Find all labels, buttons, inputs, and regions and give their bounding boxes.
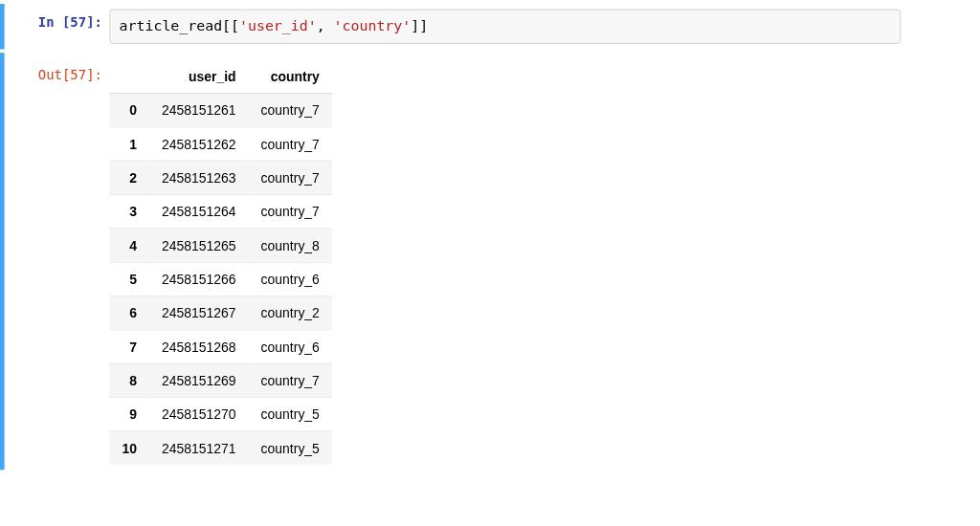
index-cell: 7	[109, 330, 149, 363]
cell-country: country_7	[249, 161, 332, 194]
index-cell: 5	[109, 262, 149, 296]
code-col1: 'user_id'	[239, 17, 317, 34]
code-input[interactable]: article_read[['user_id', 'country']]	[109, 10, 901, 44]
cell-user-id: 2458151265	[149, 229, 249, 262]
index-cell: 3	[109, 194, 149, 228]
cell-country: country_7	[249, 93, 332, 126]
cell-country: country_7	[249, 194, 332, 228]
index-cell: 1	[109, 127, 149, 161]
input-prompt: In [57]:	[5, 10, 110, 33]
cell-country: country_6	[249, 262, 332, 296]
table-row: 10 2458151271 country_5	[109, 431, 332, 465]
cell-user-id: 2458151264	[149, 194, 249, 228]
table-row: 0 2458151261 country_7	[109, 93, 332, 126]
notebook-cell-output: Out[57]: user_id country 0 2458151261 co…	[0, 53, 911, 470]
index-cell: 6	[109, 296, 149, 329]
table-row: 5 2458151266 country_6	[109, 262, 332, 296]
output-content: user_id country 0 2458151261 country_7 1…	[109, 58, 911, 465]
code-col2: 'country'	[334, 17, 412, 34]
index-cell: 9	[109, 397, 149, 430]
index-cell: 4	[109, 229, 149, 262]
input-content: article_read[['user_id', 'country']]	[109, 10, 911, 44]
column-header-country: country	[249, 59, 332, 93]
index-cell: 10	[109, 431, 149, 465]
cell-country: country_7	[249, 363, 332, 397]
input-prompt-label: In [57]:	[38, 14, 102, 31]
index-cell: 2	[109, 161, 149, 194]
cell-user-id: 2458151270	[149, 397, 249, 430]
cell-user-id: 2458151269	[149, 363, 249, 397]
cell-country: country_7	[249, 127, 332, 161]
index-header	[109, 59, 149, 93]
cell-country: country_5	[249, 397, 332, 430]
cell-user-id: 2458151271	[149, 431, 249, 465]
cell-country: country_5	[249, 431, 332, 465]
table-row: 1 2458151262 country_7	[109, 127, 332, 161]
cell-user-id: 2458151263	[149, 161, 249, 194]
table-row: 8 2458151269 country_7	[109, 363, 332, 397]
output-prompt: Out[57]:	[5, 58, 110, 84]
dataframe-table: user_id country 0 2458151261 country_7 1…	[109, 59, 332, 464]
table-row: 4 2458151265 country_8	[109, 229, 332, 262]
cell-country: country_6	[249, 330, 332, 363]
cell-user-id: 2458151262	[149, 127, 249, 161]
code-var: article_read	[120, 17, 223, 34]
table-row: 2 2458151263 country_7	[109, 161, 332, 194]
notebook-cell-input: In [57]: article_read[['user_id', 'count…	[0, 4, 911, 49]
cell-country: country_2	[249, 296, 332, 329]
column-header-user-id: user_id	[149, 59, 249, 93]
index-cell: 0	[109, 93, 149, 126]
output-prompt-label: Out[57]:	[38, 67, 102, 83]
cell-user-id: 2458151267	[149, 296, 249, 329]
table-row: 7 2458151268 country_6	[109, 330, 332, 363]
index-cell: 8	[109, 363, 149, 397]
table-row: 3 2458151264 country_7	[109, 194, 332, 228]
cell-user-id: 2458151266	[149, 262, 249, 296]
table-row: 9 2458151270 country_5	[109, 397, 332, 430]
table-row: 6 2458151267 country_2	[109, 296, 332, 329]
cell-country: country_8	[249, 229, 332, 262]
cell-user-id: 2458151261	[149, 93, 249, 126]
table-header-row: user_id country	[109, 59, 332, 93]
cell-user-id: 2458151268	[149, 330, 249, 363]
